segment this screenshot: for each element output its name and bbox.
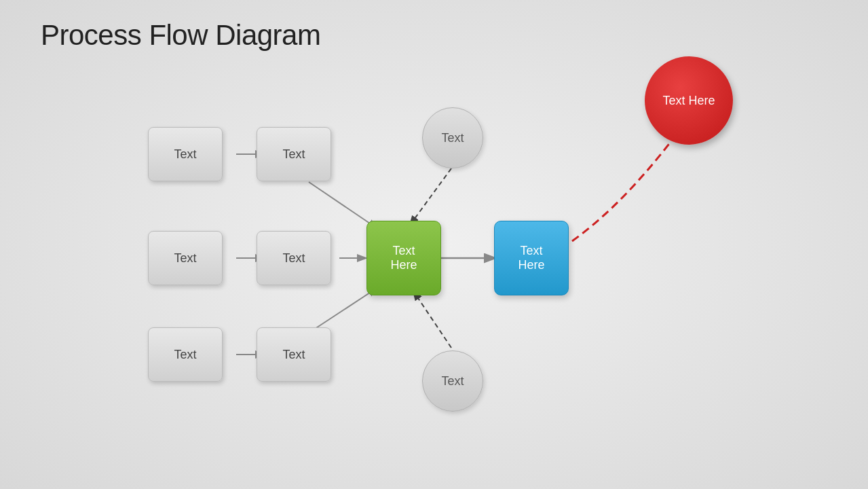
box-row2-left: Text	[148, 231, 223, 285]
svg-line-5	[309, 289, 376, 333]
box-row2-right: Text	[257, 231, 331, 285]
box-row1-left: Text	[148, 127, 223, 181]
svg-line-4	[309, 182, 376, 228]
box-green-center: Text Here	[366, 221, 441, 295]
circle-red: Text Here	[645, 56, 733, 145]
circle-bottom-label: Text	[441, 374, 464, 388]
box-row3-left: Text	[148, 327, 223, 382]
box-row2-right-label: Text	[282, 251, 305, 266]
box-row1-right-label: Text	[282, 147, 305, 162]
box-blue-right: Text Here	[494, 221, 569, 295]
page-title: Process Flow Diagram	[41, 19, 320, 52]
box-row1-right: Text	[257, 127, 331, 181]
box-green-label: Text Here	[390, 244, 417, 272]
box-row1-left-label: Text	[174, 147, 196, 162]
circle-top-label: Text	[441, 131, 464, 145]
circle-bottom: Text	[422, 350, 483, 412]
circle-red-label: Text Here	[662, 94, 715, 108]
box-row3-right-label: Text	[282, 348, 305, 362]
svg-line-8	[414, 292, 451, 348]
box-blue-label: Text Here	[518, 244, 544, 272]
box-row3-right: Text	[257, 327, 331, 382]
box-row3-left-label: Text	[174, 348, 196, 362]
box-row2-left-label: Text	[174, 251, 196, 266]
circle-top: Text	[422, 107, 483, 168]
svg-line-7	[411, 168, 451, 224]
